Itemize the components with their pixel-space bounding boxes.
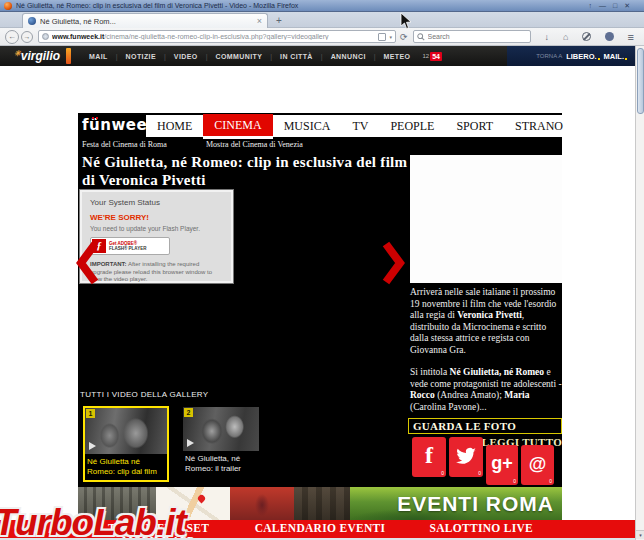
thumb-1-image[interactable]: 1 (85, 408, 167, 454)
nav-tv[interactable]: TV (341, 119, 379, 134)
twitter-share-button[interactable]: 0 (449, 437, 483, 477)
article-body: Arriverà nelle sale italiane il prossimo… (410, 287, 564, 413)
virgilio-item-community[interactable]: COMMUNITY (207, 53, 270, 60)
thumb-2-caption[interactable]: Né Giulietta, né Romeo: il trailer (183, 451, 259, 477)
virgilio-logo[interactable]: ✳virgilio (14, 49, 60, 63)
nav-sport[interactable]: SPORT (445, 119, 504, 134)
scrollbar-down-arrow[interactable]: ▾ (636, 530, 644, 539)
url-domain: www.funweek.it (52, 33, 104, 40)
facebook-icon: f (412, 437, 446, 473)
gallery-next-arrow[interactable] (381, 240, 405, 286)
funweek-logo-umlaut (92, 117, 94, 119)
menu-calendario-eventi[interactable]: CALENDARIO EVENTI (239, 522, 400, 534)
scrollbar-thumb[interactable] (637, 48, 644, 114)
flash-need-text: You need to update your Flash Player. (90, 225, 225, 232)
site-identity-icon[interactable] (42, 33, 49, 40)
mouse-cursor (400, 12, 412, 30)
facebook-share-button[interactable]: f 0 (412, 437, 446, 477)
eventi-roma-title: EVENTI ROMA (397, 492, 554, 516)
virgilio-1254-badge[interactable]: 12 54 (422, 52, 441, 61)
search-input[interactable] (428, 33, 518, 40)
virgilio-flame-icon (66, 48, 71, 64)
reader-mode-icon[interactable] (378, 33, 386, 41)
turbolab-watermark: TurboLab.it (0, 502, 186, 540)
gallery-prev-arrow[interactable] (76, 240, 100, 286)
yellow-dot (598, 58, 600, 60)
twitter-icon (454, 444, 478, 468)
subnav-festa-roma[interactable]: Festa del Cinema di Roma (82, 140, 167, 149)
reload-button[interactable]: ⟳ (400, 32, 408, 42)
map-pin-icon (197, 494, 207, 504)
new-tab-button[interactable]: + (276, 15, 282, 26)
torna-a-libero-mail[interactable]: TORNA A LIBERO. MAIL. (507, 46, 635, 66)
page-scrollbar[interactable]: ▾ (635, 46, 644, 540)
downloads-icon[interactable]: ↓ (545, 32, 550, 42)
back-button[interactable]: ← (5, 30, 19, 44)
thumb-1-caption[interactable]: Né Giulietta né Romeo: clip dal film (85, 454, 167, 480)
home-icon[interactable]: ⌂ (563, 32, 568, 42)
hamburger-menu-icon[interactable]: ≡ (627, 31, 633, 43)
virgilio-star-icon: ✳ (14, 49, 21, 58)
nav-home[interactable]: HOME (146, 119, 203, 134)
funweek-nav: HOME CINEMA MUSICA TV PEOPLE SPORT STRAN… (146, 115, 562, 137)
banner-buildings-image (294, 487, 350, 520)
page-background: fünweek HOME CINEMA MUSICA TV PEOPLE SPO… (0, 66, 635, 540)
thumb-1-number: 1 (86, 409, 95, 418)
virgilio-toolbar: ✳virgilio MAIL| NOTIZIE| VIDEO| COMMUNIT… (0, 46, 635, 66)
search-box[interactable] (413, 30, 531, 43)
window-minimize-button[interactable]: — (599, 1, 606, 11)
googleplus-count: 0 (513, 478, 516, 484)
browser-window: Né Giulietta, né Romeo: clip in esclusiv… (0, 0, 644, 540)
gallery-thumb-2[interactable]: 2 Né Giulietta, né Romeo: il trailer (183, 407, 259, 477)
virgilio-item-mail[interactable]: MAIL (81, 53, 116, 60)
guarda-le-foto-button[interactable]: GUARDA LE FOTO (408, 418, 562, 434)
window-close-button[interactable]: ✕ (624, 1, 630, 11)
googleplus-share-button[interactable]: g+ 0 (486, 445, 518, 485)
article-title: Né Giulietta, né Romeo: clip in esclusiv… (82, 153, 412, 189)
funweek-content: fünweek HOME CINEMA MUSICA TV PEOPLE SPO… (78, 113, 562, 487)
yellow-dot (625, 58, 627, 60)
tab-bar: Né Giulietta, né Rom... × + (0, 12, 644, 28)
tab-title: Né Giulietta, né Rom... (40, 17, 253, 26)
email-share-button[interactable]: @ 0 (521, 445, 554, 485)
nav-people[interactable]: PEOPLE (379, 119, 445, 134)
paragraph-2: Si intitola Né Giulietta, né Romeo e ved… (410, 367, 564, 413)
virgilio-item-video[interactable]: VIDEO (166, 53, 206, 60)
url-path: /cinema/ne-giulietta-ne-romeo-clip-in-es… (104, 33, 328, 40)
menu-salottino-live[interactable]: SALOTTINO LIVE (401, 522, 562, 534)
ad-placeholder (410, 155, 562, 283)
firefox-icon (4, 2, 12, 10)
virgilio-item-incitta[interactable]: IN CITTÀ (272, 53, 321, 60)
forward-button[interactable]: → (21, 31, 33, 43)
virgilio-menu: MAIL| NOTIZIE| VIDEO| COMMUNITY| IN CITT… (81, 53, 418, 60)
flash-error-box: Your System Status WE'RE SORRY! You need… (80, 190, 233, 283)
thumb-2-number: 2 (184, 408, 193, 417)
nav-strano[interactable]: STRANO (504, 119, 574, 134)
play-icon (187, 439, 194, 447)
window-shade-button[interactable]: ↑ (588, 1, 592, 11)
adblock-icon[interactable] (582, 32, 591, 41)
virgilio-item-annunci[interactable]: ANNUNCI (323, 53, 374, 60)
flash-sorry-text: WE'RE SORRY! (90, 213, 225, 222)
gallery-thumb-1[interactable]: 1 Né Giulietta né Romeo: clip dal film (83, 406, 169, 482)
mail-label: MAIL. (604, 52, 624, 61)
thumb-2-image[interactable]: 2 (183, 407, 259, 451)
libero-label: LIBERO. (566, 52, 596, 61)
virgilio-item-meteo[interactable]: METEO (376, 53, 419, 60)
virgilio-item-notizie[interactable]: NOTIZIE (118, 53, 164, 60)
subnav-mostra-venezia[interactable]: Mostra del Cinema di Venezia (206, 140, 303, 149)
badge-54: 54 (430, 52, 442, 61)
url-text[interactable]: www.funweek.it/cinema/ne-giulietta-ne-ro… (52, 33, 375, 40)
url-bar[interactable]: www.funweek.it/cinema/ne-giulietta-ne-ro… (38, 30, 396, 43)
window-maximize-button[interactable]: □ (613, 1, 617, 11)
tab-close-icon[interactable]: × (257, 17, 262, 26)
nav-musica[interactable]: MUSICA (273, 119, 342, 134)
flash-important-note: IMPORTANT: After installing the required… (90, 261, 216, 284)
nav-cinema[interactable]: CINEMA (203, 114, 272, 139)
get-flash-player-button[interactable]: ƒ Get ADOBE® FLASH® PLAYER (90, 237, 170, 255)
window-title: Né Giulietta, né Romeo: clip in esclusiv… (16, 2, 516, 9)
account-icon[interactable] (605, 32, 614, 41)
urlbar-dropdown-icon[interactable]: ▾ (389, 34, 392, 40)
browser-tab[interactable]: Né Giulietta, né Rom... × (22, 13, 268, 28)
twitter-count: 0 (478, 470, 481, 476)
